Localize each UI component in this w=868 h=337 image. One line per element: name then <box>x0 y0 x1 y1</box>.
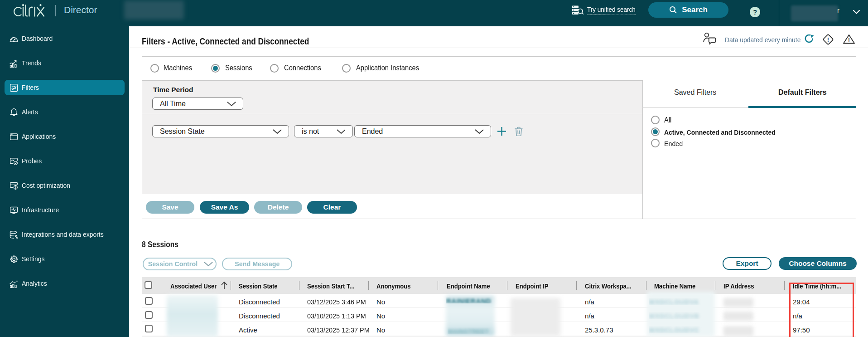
svg-text:!: ! <box>848 37 850 44</box>
svg-text:!: ! <box>827 37 829 43</box>
svg-text:$: $ <box>14 186 16 189</box>
